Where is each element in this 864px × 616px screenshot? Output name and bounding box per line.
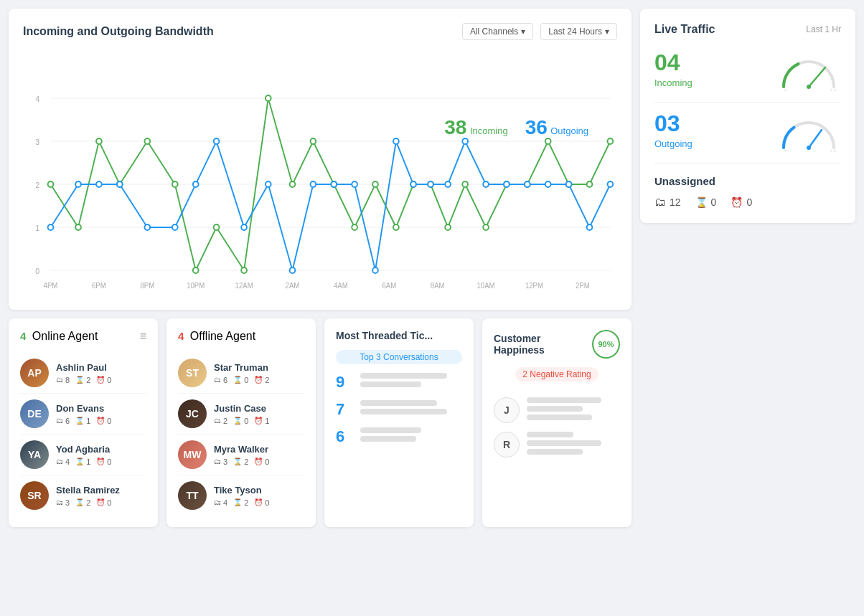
overdue-count: ⏰2 [254,376,269,384]
agent-row: DE Don Evans 🗂6 ⌛1 ⏰0 [20,394,146,435]
agent-name: Myra Walker [214,444,304,455]
overdue-count: ⏰0 [254,458,269,466]
live-traffic-header: Live Traffic Last 1 Hr [654,23,841,36]
svg-point-60 [311,181,316,187]
live-traffic-title: Live Traffic [654,23,715,36]
person-line [527,449,583,455]
svg-text:10PM: 10PM [187,282,205,290]
most-threaded-title: Most Threaded Tic... [336,330,462,341]
ticket-count: 🗂6 [56,417,70,425]
agent-avatar: DE [20,399,49,428]
channels-filter[interactable]: All Channels ▾ [462,23,533,40]
svg-point-24 [96,138,102,144]
svg-point-23 [75,224,81,230]
urgent-count: ⌛2 [233,458,248,466]
agent-row: YA Yod Agbaria 🗂4 ⌛1 ⏰0 [20,435,146,475]
incoming-metric: 04 Incoming 0 10 [654,47,841,90]
svg-text:12AM: 12AM [235,282,253,290]
overdue-count: ⏰0 [96,417,111,425]
bandwidth-chart: 0 1 2 3 4 4PM 6PM 8PM [23,52,617,295]
svg-point-26 [144,138,150,144]
offline-agents-card: 4 Offline Agent ST Star Truman 🗂6 ⌛0 ⏰2 … [166,318,316,527]
person-line [527,440,601,446]
thread-item: 9 [336,373,462,392]
urgent-count: ⌛1 [75,458,90,466]
agent-avatar: TT [178,481,207,510]
unassigned-overdue: ⏰ 0 [731,196,752,209]
svg-point-49 [48,224,54,230]
agent-avatar: MW [178,440,207,469]
ticket-count: 🗂2 [214,417,227,425]
overdue-count: ⏰0 [96,458,111,466]
thread-bar [360,409,447,414]
agent-avatar: JC [178,399,207,428]
happiness-person: R [494,432,620,458]
ticket-count: 🗂3 [214,458,227,466]
happiness-header: Customer Happiness 90% [494,330,620,359]
agent-avatar: SR [20,481,49,510]
svg-point-83 [807,146,811,150]
person-line [527,414,592,420]
svg-point-50 [75,181,81,187]
svg-point-71 [525,181,530,187]
ticket-count: 🗂6 [214,376,227,384]
most-threaded-card: Most Threaded Tic... Top 3 Conversations… [324,318,474,527]
thread-bars [360,373,462,387]
offline-agents-header: 4 Offline Agent [178,330,304,343]
incoming-value: 04 Incoming [654,49,692,88]
svg-point-27 [172,181,178,187]
svg-point-58 [266,181,271,187]
svg-line-78 [809,67,825,87]
svg-text:3: 3 [35,138,39,146]
bandwidth-header: Incoming and Outgoing Bandwidth All Chan… [23,23,617,40]
svg-point-62 [352,181,357,187]
svg-point-73 [566,181,572,187]
agent-info: Ashlin Paul 🗂8 ⌛2 ⏰0 [56,362,146,384]
svg-text:0: 0 [784,149,787,151]
happiness-percentage: 90% [592,330,620,359]
svg-text:12PM: 12PM [525,282,543,290]
online-agents-title: 4 Online Agent [20,330,98,343]
svg-point-35 [352,224,357,230]
live-traffic-period: Last 1 Hr [806,24,841,34]
svg-text:4AM: 4AM [334,282,348,290]
unassigned-title: Unassigned [654,175,841,187]
svg-point-47 [587,181,593,187]
offline-agents-list: ST Star Truman 🗂6 ⌛0 ⏰2 JC Justin Case 🗂… [178,353,304,516]
svg-point-79 [807,85,811,89]
svg-point-70 [504,181,510,187]
live-traffic-card: Live Traffic Last 1 Hr 04 Incoming 0 10 [640,9,855,223]
svg-point-37 [393,224,399,230]
thread-items: 9 7 6 [336,373,462,446]
svg-text:10: 10 [830,88,837,90]
urgent-count: ⌛2 [75,498,90,507]
incoming-gauge: 0 10 [776,47,841,90]
agent-row: MW Myra Walker 🗂3 ⌛2 ⏰0 [178,435,304,475]
svg-text:0: 0 [784,88,787,90]
outgoing-value: 03 Outgoing [654,110,692,149]
svg-text:1: 1 [35,224,39,232]
thread-bars [360,400,462,414]
overdue-count: ⏰0 [96,498,111,507]
person-line [527,397,601,403]
agent-stats: 🗂3 ⌛2 ⏰0 [56,498,146,507]
thread-number: 7 [336,400,353,419]
hamburger-icon[interactable]: ≡ [140,330,146,343]
svg-point-74 [587,224,593,230]
ticket-count: 🗂3 [56,498,70,507]
svg-point-40 [445,224,451,230]
svg-point-68 [462,138,468,144]
thread-number: 9 [336,373,353,392]
svg-point-53 [144,224,150,230]
svg-line-82 [809,130,822,148]
svg-point-52 [117,181,123,187]
thread-bar [360,400,437,406]
period-filter[interactable]: Last 24 Hours ▾ [540,23,617,40]
unassigned-section: Unassigned 🗂 12 ⌛ 0 ⏰ 0 [654,169,841,209]
unassigned-count: 🗂 12 [654,196,681,209]
bandwidth-card: Incoming and Outgoing Bandwidth All Chan… [9,9,631,310]
happiness-person: J [494,397,620,423]
agent-avatar: ST [178,359,207,387]
agent-name: Justin Case [214,403,304,414]
svg-point-29 [214,224,220,230]
